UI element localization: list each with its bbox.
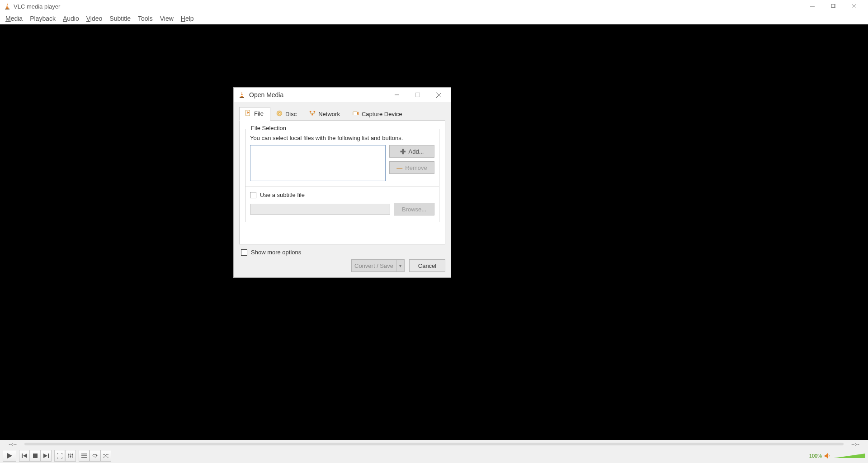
cancel-button[interactable]: Cancel xyxy=(409,259,445,272)
convert-save-dropdown[interactable]: ▾ xyxy=(396,259,405,272)
time-total: --:-- xyxy=(847,441,863,447)
next-button[interactable] xyxy=(41,450,52,462)
menu-video[interactable]: Video xyxy=(83,14,106,23)
play-icon xyxy=(7,453,12,458)
shuffle-button[interactable] xyxy=(100,450,111,462)
tab-network-label: Network xyxy=(318,111,340,117)
minimize-button[interactable] xyxy=(802,0,823,13)
prev-button[interactable] xyxy=(19,450,30,462)
minus-icon: — xyxy=(396,164,402,171)
capture-icon xyxy=(353,110,359,118)
add-file-button[interactable]: ✚ Add... xyxy=(389,145,434,158)
svg-rect-29 xyxy=(68,454,70,455)
show-more-options-checkbox[interactable] xyxy=(241,249,247,256)
fullscreen-button[interactable] xyxy=(54,450,65,462)
menubar: Media Playback Audio Video Subtitle Tool… xyxy=(0,13,868,24)
maximize-button[interactable] xyxy=(823,0,844,13)
show-more-options-label: Show more options xyxy=(251,249,301,256)
dialog-close-button[interactable] xyxy=(428,88,449,102)
file-selection-hint: You can select local files with the foll… xyxy=(250,135,434,141)
svg-rect-14 xyxy=(831,4,835,8)
stop-button[interactable] xyxy=(30,450,41,462)
plus-icon: ✚ xyxy=(400,148,406,155)
vlc-cone-icon xyxy=(238,91,245,98)
menu-subtitle[interactable]: Subtitle xyxy=(106,14,134,23)
loop-icon xyxy=(92,454,98,458)
cancel-label: Cancel xyxy=(418,262,436,269)
svg-rect-15 xyxy=(832,4,835,8)
playlist-icon xyxy=(81,454,87,458)
speaker-icon[interactable] xyxy=(825,453,831,458)
tab-file[interactable]: File xyxy=(239,107,270,121)
file-selection-legend: File Selection xyxy=(249,125,288,131)
fullscreen-icon xyxy=(57,453,62,458)
play-button[interactable] xyxy=(3,450,16,462)
file-list[interactable] xyxy=(250,145,386,181)
svg-marker-22 xyxy=(7,453,12,458)
svg-rect-33 xyxy=(72,454,73,455)
maximize-icon xyxy=(831,4,835,9)
ext-settings-button[interactable] xyxy=(65,450,76,462)
volume-slider[interactable] xyxy=(834,454,865,458)
tab-file-label: File xyxy=(254,110,264,117)
shuffle-icon xyxy=(103,454,108,458)
convert-save-button[interactable]: Convert / Save ▾ xyxy=(351,259,405,272)
svg-marker-26 xyxy=(43,454,47,458)
remove-file-button[interactable]: — Remove xyxy=(389,161,434,174)
svg-marker-24 xyxy=(23,454,27,458)
svg-rect-27 xyxy=(48,454,49,458)
subtitle-group: Use a subtitle file Browse... xyxy=(245,187,439,222)
time-elapsed: --:-- xyxy=(5,441,21,447)
subtitle-path-input xyxy=(250,204,390,215)
dialog-minimize-button[interactable] xyxy=(387,88,407,102)
video-area: Open Media File Disc xyxy=(0,24,868,440)
use-subtitle-label: Use a subtitle file xyxy=(260,192,305,198)
tab-disc-label: Disc xyxy=(285,111,297,117)
dialog-titlebar[interactable]: Open Media xyxy=(234,88,451,102)
equalizer-icon xyxy=(68,453,73,458)
tab-file-pane: File Selection You can select local file… xyxy=(239,121,445,244)
vlc-cone-icon xyxy=(4,3,11,10)
menu-tools[interactable]: Tools xyxy=(134,14,156,23)
svg-rect-19 xyxy=(416,93,420,97)
menu-help[interactable]: Help xyxy=(177,14,198,23)
menu-view[interactable]: View xyxy=(156,14,177,23)
menu-audio[interactable]: Audio xyxy=(59,14,83,23)
minimize-icon xyxy=(810,4,815,9)
prev-icon xyxy=(22,454,27,458)
loop-button[interactable] xyxy=(90,450,100,462)
close-button[interactable] xyxy=(844,0,864,13)
menu-playback[interactable]: Playback xyxy=(26,14,59,23)
tab-capture[interactable]: Capture Device xyxy=(347,107,409,121)
network-icon xyxy=(309,110,316,118)
browse-label: Browse... xyxy=(402,206,426,213)
tab-disc[interactable]: Disc xyxy=(270,107,303,121)
remove-label: Remove xyxy=(405,164,427,171)
menu-media[interactable]: Media xyxy=(2,14,26,23)
svg-marker-38 xyxy=(825,453,828,458)
chevron-down-icon: ▾ xyxy=(399,263,401,268)
svg-rect-31 xyxy=(70,456,71,457)
stop-icon xyxy=(33,454,38,458)
playlist-button[interactable] xyxy=(79,450,90,462)
disc-icon xyxy=(276,110,283,118)
use-subtitle-checkbox[interactable] xyxy=(250,192,256,198)
dialog-maximize-button xyxy=(407,88,428,102)
window-title: VLC media player xyxy=(14,3,60,10)
tab-capture-label: Capture Device xyxy=(362,111,402,117)
maximize-icon xyxy=(415,93,420,97)
volume-percentage: 100% xyxy=(807,453,822,458)
add-label: Add... xyxy=(409,148,424,155)
file-icon xyxy=(245,110,251,117)
player-controls: --:-- --:-- xyxy=(0,440,868,463)
file-selection-group: File Selection You can select local file… xyxy=(245,129,439,187)
svg-rect-25 xyxy=(33,454,38,458)
next-icon xyxy=(43,454,49,458)
minimize-icon xyxy=(395,93,399,97)
dialog-title: Open Media xyxy=(249,91,283,98)
convert-save-label: Convert / Save xyxy=(354,262,393,269)
tab-network[interactable]: Network xyxy=(303,107,347,121)
close-icon xyxy=(852,4,856,9)
svg-rect-23 xyxy=(22,454,23,458)
seek-slider[interactable] xyxy=(24,443,844,445)
